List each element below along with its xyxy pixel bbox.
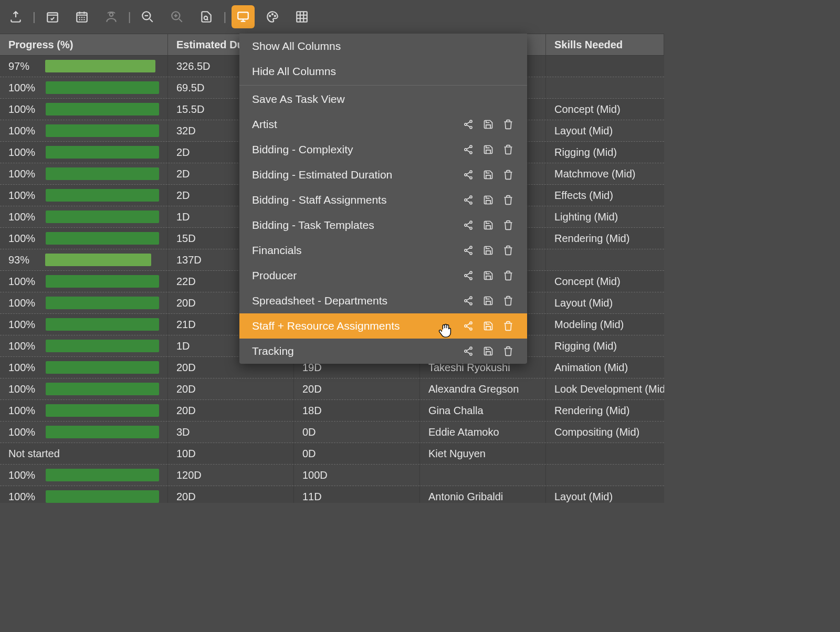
cell-progress: Not started xyxy=(0,443,168,464)
save-icon[interactable] xyxy=(482,219,495,231)
cell-skill: Lighting (Mid) xyxy=(546,206,664,227)
cell-estimated: 10D xyxy=(168,443,294,464)
share-icon[interactable] xyxy=(462,269,475,282)
cell-who xyxy=(420,465,546,486)
save-icon[interactable] xyxy=(482,168,495,181)
cell-progress: 97% xyxy=(0,56,168,77)
menu-view-label: Spreadsheet - Departments xyxy=(252,294,455,307)
trash-icon[interactable] xyxy=(502,168,514,181)
cell-progress: 100% xyxy=(0,292,168,313)
cell-progress: 100% xyxy=(0,357,168,378)
menu-show-all[interactable]: Show All Columns xyxy=(239,34,527,59)
save-icon[interactable] xyxy=(482,194,495,206)
cell-who: Alexandra Gregson xyxy=(420,378,546,399)
progress-bar xyxy=(46,469,159,481)
menu-hide-all[interactable]: Hide All Columns xyxy=(239,59,527,84)
trash-icon[interactable] xyxy=(502,345,514,357)
save-icon[interactable] xyxy=(482,143,495,156)
cell-progress: 100% xyxy=(0,486,168,503)
menu-view-label: Staff + Resource Assignments xyxy=(252,320,455,332)
svg-rect-0 xyxy=(47,13,58,22)
menu-view-item[interactable]: Bidding - Complexity xyxy=(239,137,527,162)
menu-view-item[interactable]: Producer xyxy=(239,263,527,288)
trash-icon[interactable] xyxy=(502,320,514,332)
toolbar: | | | xyxy=(0,0,664,34)
trash-icon[interactable] xyxy=(502,244,514,257)
share-icon[interactable] xyxy=(462,320,475,332)
trash-icon[interactable] xyxy=(502,194,514,206)
progress-bar xyxy=(46,210,159,223)
progress-bar xyxy=(46,490,159,503)
zoom-in-icon[interactable] xyxy=(165,5,188,28)
table-row[interactable]: 100%3D0DEddie AtamokoCompositing (Mid) xyxy=(0,422,664,443)
column-header-progress[interactable]: Progress (%) xyxy=(0,34,168,55)
menu-save-as[interactable]: Save As Task View xyxy=(239,87,527,112)
menu-view-item[interactable]: Bidding - Task Templates xyxy=(239,213,527,238)
menu-view-item[interactable]: Spreadsheet - Departments xyxy=(239,288,527,313)
worker-icon[interactable] xyxy=(100,5,123,28)
svg-point-7 xyxy=(269,15,270,16)
file-search-icon[interactable] xyxy=(195,5,218,28)
table-row[interactable]: 100%120D100D xyxy=(0,465,664,486)
trash-icon[interactable] xyxy=(502,269,514,282)
trash-icon[interactable] xyxy=(502,143,514,156)
menu-view-item[interactable]: Financials xyxy=(239,238,527,263)
save-icon[interactable] xyxy=(482,345,495,357)
calendar-icon[interactable] xyxy=(70,5,93,28)
cell-skill xyxy=(546,465,664,486)
trash-icon[interactable] xyxy=(502,294,514,307)
progress-label: 100% xyxy=(8,146,35,159)
palette-icon[interactable] xyxy=(261,5,284,28)
save-icon[interactable] xyxy=(482,118,495,131)
menu-view-item[interactable]: Tracking xyxy=(239,339,527,364)
progress-bar xyxy=(46,275,159,288)
cell-skill: Compositing (Mid) xyxy=(546,422,664,443)
cell-skill: Modeling (Mid) xyxy=(546,314,664,335)
upload-icon[interactable] xyxy=(4,5,27,28)
share-icon[interactable] xyxy=(462,143,475,156)
share-icon[interactable] xyxy=(462,244,475,257)
table-row[interactable]: 100%20D18DGina ChallaRendering (Mid) xyxy=(0,400,664,422)
share-icon[interactable] xyxy=(462,168,475,181)
cell-skill: Effects (Mid) xyxy=(546,185,664,206)
calendar-check-icon[interactable] xyxy=(41,5,64,28)
menu-view-label: Financials xyxy=(252,244,455,257)
svg-point-2 xyxy=(109,13,113,16)
grid-icon[interactable] xyxy=(290,5,313,28)
menu-view-item[interactable]: Bidding - Estimated Duration xyxy=(239,162,527,187)
column-header-skills[interactable]: Skills Needed xyxy=(546,34,664,55)
cell-actual: 100D xyxy=(294,465,420,486)
cell-progress: 100% xyxy=(0,185,168,206)
trash-icon[interactable] xyxy=(502,219,514,231)
cell-skill xyxy=(546,249,664,270)
cell-skill: Look Development (Mid) xyxy=(546,378,664,399)
save-icon[interactable] xyxy=(482,269,495,282)
cell-estimated: 20D xyxy=(168,400,294,421)
cell-progress: 100% xyxy=(0,142,168,163)
menu-view-label: Producer xyxy=(252,269,455,282)
share-icon[interactable] xyxy=(462,194,475,206)
trash-icon[interactable] xyxy=(502,118,514,131)
table-row[interactable]: 100%20D20DAlexandra GregsonLook Developm… xyxy=(0,378,664,400)
cell-actual: 0D xyxy=(294,443,420,464)
table-row[interactable]: Not started10D0DKiet Nguyen xyxy=(0,443,664,465)
save-icon[interactable] xyxy=(482,244,495,257)
table-row[interactable]: 100%20D11DAntonio GribaldiLayout (Mid) xyxy=(0,486,664,503)
monitor-icon[interactable] xyxy=(232,5,255,28)
share-icon[interactable] xyxy=(462,219,475,231)
progress-bar xyxy=(46,146,159,159)
menu-view-item[interactable]: Artist xyxy=(239,112,527,137)
progress-bar xyxy=(46,232,159,245)
cell-actual: 20D xyxy=(294,378,420,399)
progress-label: 100% xyxy=(8,491,35,503)
menu-separator xyxy=(239,85,527,86)
share-icon[interactable] xyxy=(462,345,475,357)
save-icon[interactable] xyxy=(482,294,495,307)
progress-bar xyxy=(46,426,159,438)
menu-view-item[interactable]: Bidding - Staff Assignments xyxy=(239,187,527,213)
zoom-out-icon[interactable] xyxy=(136,5,159,28)
save-icon[interactable] xyxy=(482,320,495,332)
share-icon[interactable] xyxy=(462,294,475,307)
menu-view-item[interactable]: Staff + Resource Assignments xyxy=(239,313,527,339)
share-icon[interactable] xyxy=(462,118,475,131)
